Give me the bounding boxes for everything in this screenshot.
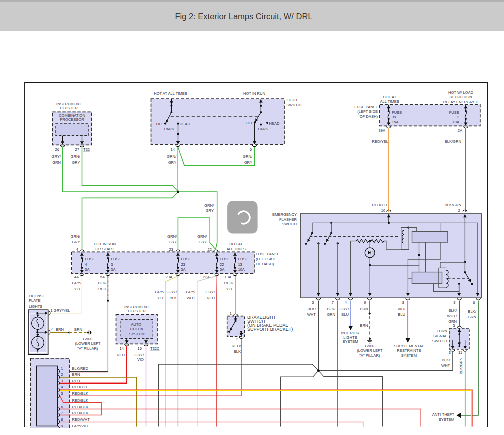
svg-text:GRY/: GRY/	[72, 281, 82, 286]
svg-text:T32C: T32C	[150, 346, 160, 351]
svg-text:1: 1	[230, 312, 232, 316]
svg-text:OFF: OFF	[156, 122, 164, 126]
svg-text:(LOWER LEFT: (LOWER LEFT	[75, 342, 100, 346]
svg-text:15A: 15A	[392, 120, 399, 124]
svg-text:RED/BLK: RED/BLK	[72, 405, 89, 410]
svg-text:GRY: GRY	[206, 208, 214, 213]
svg-text:GRY/: GRY/	[135, 353, 144, 358]
svg-text:BLK/: BLK/	[327, 307, 336, 312]
svg-text:RED/BLK: RED/BLK	[72, 398, 89, 403]
svg-text:INSTRUMENT: INSTRUMENT	[124, 305, 149, 310]
svg-text:ANTI-THEFT: ANTI-THEFT	[432, 412, 455, 417]
svg-text:BRN: BRN	[56, 328, 64, 332]
svg-text:RED: RED	[207, 296, 215, 300]
svg-text:G900: G900	[365, 344, 375, 348]
svg-text:HOT AT: HOT AT	[383, 95, 396, 100]
svg-text:RED/BLK: RED/BLK	[72, 411, 89, 416]
svg-text:LIGHTS: LIGHTS	[29, 304, 42, 309]
svg-text:9: 9	[61, 424, 63, 428]
svg-text:10A: 10A	[452, 120, 459, 124]
svg-text:GRY/: GRY/	[340, 307, 349, 312]
svg-text:RESTRAINTS: RESTRAINTS	[397, 348, 421, 353]
svg-text:BLK/RED: BLK/RED	[72, 366, 89, 371]
svg-text:GRN/: GRN/	[243, 154, 253, 159]
svg-text:23: 23	[169, 248, 173, 252]
svg-text:"A" PILLAR): "A" PILLAR)	[77, 346, 98, 351]
svg-text:RED: RED	[117, 353, 125, 358]
svg-text:FLASHER: FLASHER	[279, 218, 297, 222]
svg-text:BLK/: BLK/	[468, 310, 476, 314]
svg-text:HOT AT ALL TIMES: HOT AT ALL TIMES	[154, 92, 187, 96]
svg-text:RED/YEL: RED/YEL	[72, 385, 89, 390]
svg-text:4A: 4A	[74, 275, 79, 280]
svg-text:GRN: GRN	[327, 312, 335, 317]
svg-text:RED/YEL: RED/YEL	[372, 203, 389, 208]
svg-text:(LOWER LEFT: (LOWER LEFT	[357, 348, 382, 353]
svg-text:HOT AT: HOT AT	[229, 242, 243, 246]
svg-text:YEL: YEL	[157, 296, 164, 300]
svg-text:FUSE: FUSE	[111, 257, 121, 262]
svg-text:YEL: YEL	[226, 287, 233, 292]
svg-text:39: 39	[392, 115, 396, 120]
svg-text:BRN: BRN	[72, 372, 80, 377]
svg-text:FUSE: FUSE	[181, 257, 191, 262]
svg-text:WHT: WHT	[441, 364, 450, 368]
svg-text:5: 5	[61, 392, 63, 396]
svg-text:11: 11	[458, 350, 462, 355]
svg-text:GRN: GRN	[52, 160, 61, 165]
svg-text:FUSE: FUSE	[238, 257, 248, 262]
svg-text:RED: RED	[72, 379, 81, 384]
svg-text:PROCESSOR: PROCESSOR	[60, 118, 84, 122]
svg-text:22: 22	[220, 262, 224, 267]
svg-text:OFF: OFF	[246, 121, 254, 126]
svg-text:SYSTEM: SYSTEM	[342, 340, 358, 344]
svg-text:PARK: PARK	[164, 127, 174, 132]
svg-text:HOT W/ LOAD: HOT W/ LOAD	[448, 90, 474, 95]
svg-text:SWITCH: SWITCH	[282, 222, 297, 226]
svg-text:BLK/GRN: BLK/GRN	[445, 203, 461, 208]
svg-text:WHT/: WHT/	[447, 314, 457, 318]
svg-text:WHT: WHT	[307, 312, 316, 317]
svg-text:5: 5	[111, 262, 113, 267]
svg-text:"A" PILLAR): "A" PILLAR)	[359, 354, 380, 358]
svg-text:27: 27	[75, 148, 79, 152]
svg-text:5A: 5A	[85, 268, 90, 272]
svg-text:BLK/: BLK/	[98, 281, 107, 286]
svg-text:23: 23	[181, 262, 185, 267]
svg-text:14: 14	[120, 346, 124, 351]
svg-text:26: 26	[55, 148, 59, 152]
svg-text:FUSE PANEL: FUSE PANEL	[256, 252, 279, 256]
svg-text:GRN: GRN	[468, 315, 476, 320]
svg-text:FUSE: FUSE	[392, 110, 402, 115]
svg-text:GRY/: GRY/	[155, 290, 165, 294]
svg-text:8: 8	[61, 418, 63, 422]
svg-text:ALL TIMES: ALL TIMES	[226, 247, 245, 252]
svg-text:RED/WHT: RED/WHT	[72, 418, 90, 422]
svg-text:(LEFT SIDE: (LEFT SIDE	[256, 257, 276, 262]
svg-text:GRY: GRY	[168, 160, 176, 165]
svg-text:7: 7	[61, 411, 63, 416]
svg-text:RED/YEL: RED/YEL	[372, 140, 389, 144]
svg-text:GRY/: GRY/	[186, 290, 196, 294]
svg-text:ALL TIMES: ALL TIMES	[380, 100, 399, 104]
svg-text:22: 22	[208, 248, 212, 252]
svg-text:WHT: WHT	[187, 296, 196, 300]
svg-text:SIGNAL: SIGNAL	[433, 334, 447, 338]
svg-text:FUSE: FUSE	[85, 257, 95, 262]
svg-text:YEL: YEL	[74, 287, 81, 292]
svg-text:5A: 5A	[100, 275, 105, 280]
svg-text:BRN: BRN	[360, 324, 368, 328]
svg-text:1 GRY/YEL: 1 GRY/YEL	[50, 308, 70, 313]
svg-text:CLUSTER: CLUSTER	[60, 106, 78, 110]
svg-text:OF DASH): OF DASH)	[360, 114, 378, 119]
svg-text:SWITCH: SWITCH	[432, 339, 447, 344]
svg-text:10A: 10A	[238, 268, 245, 272]
svg-text:5: 5	[312, 300, 314, 305]
svg-text:9: 9	[364, 300, 366, 305]
svg-text:GRY/VIO: GRY/VIO	[72, 424, 88, 428]
svg-text:SYSTEM: SYSTEM	[439, 418, 454, 422]
svg-text:GRY: GRY	[169, 240, 177, 244]
svg-text:GRN: GRN	[448, 320, 457, 324]
svg-text:1: 1	[61, 366, 63, 371]
svg-text:HEAD: HEAD	[269, 122, 280, 126]
